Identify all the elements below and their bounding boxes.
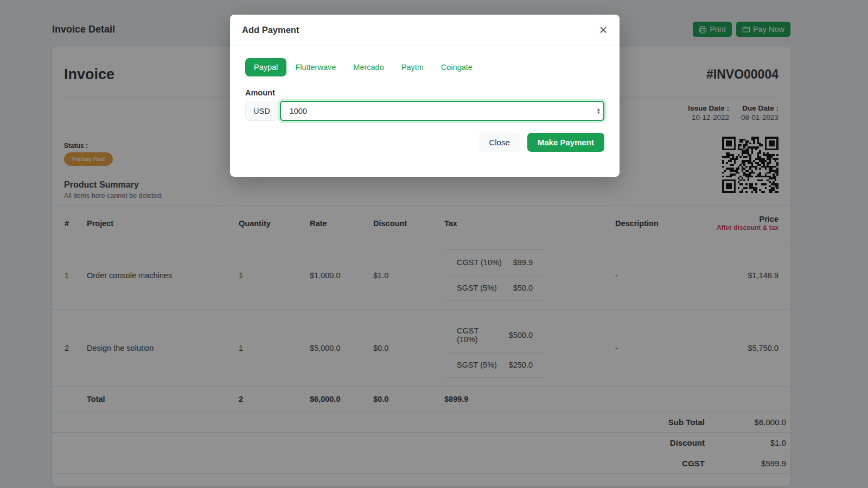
add-payment-modal: Add Payment ✕ Paypal Flutterwave Mercado…	[230, 15, 620, 177]
invoice-detail-screen: Invoice Detail Print Pay Now	[0, 0, 868, 488]
modal-title: Add Payment	[242, 25, 299, 35]
tab-paytm[interactable]: Paytm	[393, 58, 432, 76]
tab-flutterwave[interactable]: Flutterwave	[286, 58, 344, 76]
modal-body: Paypal Flutterwave Mercado Paytm Coingat…	[230, 46, 620, 177]
tab-paypal[interactable]: Paypal	[245, 58, 286, 76]
amount-label: Amount	[245, 88, 604, 97]
amount-input-group: USD ▲ ▼	[245, 101, 604, 121]
modal-footer: Close Make Payment	[245, 133, 604, 152]
make-payment-button[interactable]: Make Payment	[527, 133, 604, 152]
close-icon[interactable]: ✕	[599, 25, 608, 35]
close-button[interactable]: Close	[478, 133, 520, 152]
modal-header: Add Payment ✕	[230, 15, 620, 46]
tab-mercado[interactable]: Mercado	[344, 58, 392, 76]
amount-input[interactable]	[280, 101, 604, 121]
tab-coingate[interactable]: Coingate	[432, 58, 481, 76]
payment-method-tabs: Paypal Flutterwave Mercado Paytm Coingat…	[245, 58, 604, 76]
spinner-down-icon[interactable]: ▼	[597, 111, 601, 115]
currency-prefix: USD	[245, 101, 278, 121]
number-spinner[interactable]: ▲ ▼	[597, 107, 601, 114]
